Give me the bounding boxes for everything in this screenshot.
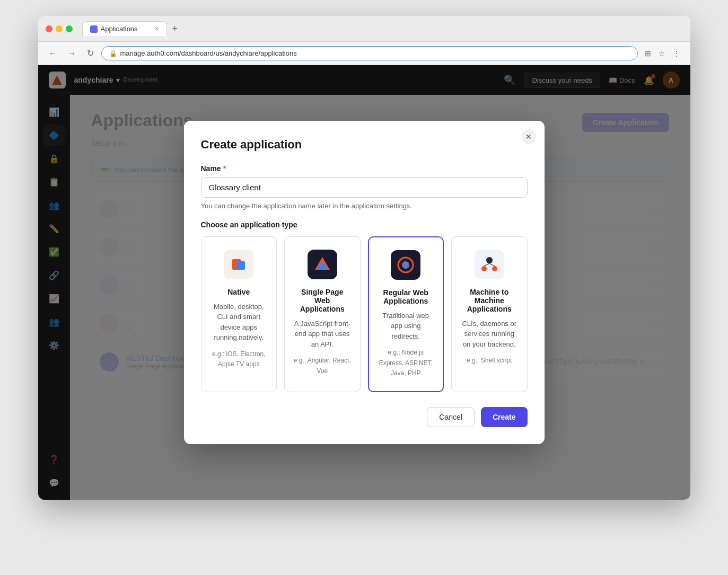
m2m-type-desc: CLIs, daemons or services running on you… [460,319,519,350]
name-field-group: Name * You can change the application na… [201,164,528,210]
tab-title: Applications [101,25,138,33]
required-indicator: * [223,164,226,173]
nav-bar: ← → ↻ 🔒 manage.auth0.com/dashboard/us/an… [38,42,690,65]
tab-bar: Applications ✕ + [82,21,683,36]
rwa-type-desc: Traditional web app using redirects. [378,311,435,342]
lock-icon: 🔒 [109,50,117,57]
svg-point-6 [404,263,407,267]
rwa-type-name: Regular Web Applications [378,288,435,305]
menu-icon-button[interactable]: ⋮ [670,48,683,59]
name-label: Name * [201,164,528,173]
maximize-button[interactable] [66,25,73,32]
native-type-examples: e.g.: iOS, Electron, Apple TV apps [210,349,268,369]
create-button[interactable]: Create [481,407,528,427]
cancel-button[interactable]: Cancel [427,407,475,427]
native-app-icon [224,250,253,279]
close-button[interactable] [46,25,52,32]
native-type-name: Native [210,288,268,296]
rwa-type-examples: e.g.: Node.js Express, ASP.NET, Java, PH… [378,348,435,378]
m2m-app-icon [475,250,504,279]
rwa-app-icon [391,250,420,280]
app-type-grid: Native Mobile, desktop, CLI and smart de… [201,236,528,392]
svg-line-10 [484,263,489,266]
spa-type-desc: A JavaScript front-end app that uses an … [293,319,352,350]
modal-close-button[interactable]: ✕ [521,129,536,144]
app-type-card-native[interactable]: Native Mobile, desktop, CLI and smart de… [201,236,277,392]
nav-icons: ⊞ ☆ ⋮ [642,48,683,59]
svg-point-9 [492,266,497,271]
name-hint: You can change the application name late… [201,202,528,210]
native-type-desc: Mobile, desktop, CLI and smart device ap… [210,302,268,343]
browser-window: Applications ✕ + ← → ↻ 🔒 manage.auth0.co… [38,16,690,500]
app-type-section-label: Choose an application type [201,220,528,229]
app-type-card-rwa[interactable]: Regular Web Applications Traditional web… [368,236,444,392]
svg-point-8 [481,266,487,271]
svg-line-11 [489,263,495,266]
main-layout: 📊 🔷 🔒 📋 👥 ✏️ ✅ 🔗 📈 👥 ⚙️ ❓ 💬 Applications [38,95,690,500]
refresh-button[interactable]: ↻ [84,47,97,59]
forward-button[interactable]: → [65,48,80,59]
name-label-text: Name [201,164,221,173]
address-text: manage.auth0.com/dashboard/us/andychiare… [120,49,297,57]
traffic-lights [46,25,73,32]
bookmark-icon-button[interactable]: ☆ [656,48,668,59]
active-tab[interactable]: Applications ✕ [82,21,167,36]
svg-point-7 [486,257,493,263]
tab-close-icon[interactable]: ✕ [154,25,159,32]
m2m-type-examples: e.g.: Shell script [460,356,519,366]
app-type-card-m2m[interactable]: Machine to Machine Applications CLIs, da… [451,236,528,392]
spa-type-name: Single Page Web Applications [293,288,352,313]
name-input[interactable] [201,177,528,198]
modal-title: Create application [201,138,528,152]
svg-rect-1 [236,261,245,270]
modal-footer: Cancel Create [201,407,528,427]
create-application-modal: ✕ Create application Name * You can chan… [184,121,545,444]
m2m-type-name: Machine to Machine Applications [460,288,519,313]
modal-overlay: ✕ Create application Name * You can chan… [38,95,690,500]
app-type-card-spa[interactable]: Single Page Web Applications A JavaScrip… [284,236,361,392]
minimize-button[interactable] [56,25,63,32]
grid-icon-button[interactable]: ⊞ [642,48,654,59]
spa-app-icon [308,250,337,279]
back-button[interactable]: ← [46,48,60,59]
browser-toolbar: Applications ✕ + [38,16,690,42]
spa-type-examples: e.g.: Angular, React, Vue [293,356,352,376]
address-bar[interactable]: 🔒 manage.auth0.com/dashboard/us/andychia… [101,46,638,60]
app-content: andychiare ▾ Development 🔍 Discuss your … [38,65,690,500]
new-tab-button[interactable]: + [169,22,181,36]
tab-favicon [90,25,98,33]
